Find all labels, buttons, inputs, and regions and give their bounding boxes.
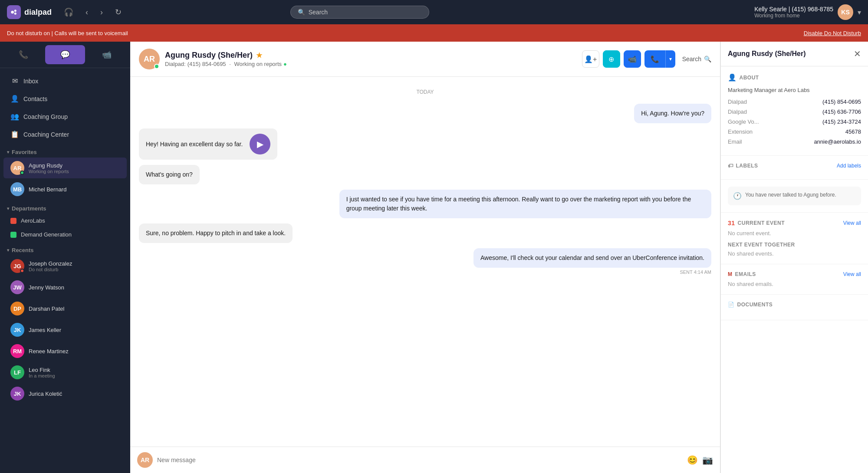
sidebar-item-jenny-watson[interactable]: JW Jenny Watson	[3, 277, 127, 298]
about-section: 👤 ABOUT Marketing Manager at Aero Labs D…	[721, 66, 868, 156]
about-row-dialpad1: Dialpad (415) 854-0695	[728, 99, 861, 105]
contact-info: Jenny Watson	[29, 284, 64, 291]
chevron-down-icon[interactable]: ▾	[858, 8, 861, 16]
headset-button[interactable]: 🎧	[60, 6, 77, 19]
label-icon: 🏷	[728, 163, 733, 169]
labels-header: 🏷 LABELS Add labels	[728, 163, 861, 169]
sidebar-item-michel-bernard[interactable]: MB Michel Bernard	[3, 179, 127, 200]
emoji-button[interactable]: 😊	[687, 455, 698, 465]
sidebar-item-joseph-gonzalez[interactable]: JG Joseph Gonzalez Do not disturb	[3, 256, 127, 276]
call-main-button[interactable]: 📞	[644, 50, 665, 68]
message-bubble: Sure, no problem. Happy to pitch in and …	[139, 223, 293, 243]
sidebar-item-leo-fink[interactable]: LF Leo Fink In a meeting	[3, 362, 127, 383]
new-message-input[interactable]	[157, 457, 683, 463]
calendar-icon: 31	[728, 220, 735, 227]
back-button[interactable]: ‹	[82, 6, 92, 19]
about-section-title: 👤 ABOUT	[728, 73, 861, 82]
refresh-button[interactable]: ↻	[112, 6, 125, 19]
current-event-header: 31 CURRENT EVENT View all	[728, 220, 861, 227]
contact-name: Agung Rusdy (She/Her) ★	[165, 51, 577, 60]
message-row: Hi, Agung. How're you?	[139, 104, 711, 123]
main-layout: 📞 💬 📹 ✉ Inbox 👤 Contacts 👥 Coaching Grou…	[0, 42, 868, 473]
close-panel-button[interactable]: ✕	[854, 49, 861, 59]
departments-section-header[interactable]: ▾ Departments	[0, 200, 130, 214]
sidebar-item-agung-rusdy[interactable]: AR Agung Rusdy Working on reports	[3, 158, 127, 178]
demand-dot	[10, 232, 16, 238]
sidebar: 📞 💬 📹 ✉ Inbox 👤 Contacts 👥 Coaching Grou…	[0, 42, 130, 473]
documents-section: 📄 DOCUMENTS	[721, 295, 868, 320]
chat-area: AR Agung Rusdy (She/Her) ★ Dialpad: (415…	[130, 42, 720, 473]
avatar: JK	[10, 323, 24, 337]
phone-tab-button[interactable]: 📞	[3, 45, 43, 64]
star-icon[interactable]: ★	[256, 51, 262, 59]
gmail-icon: M	[728, 271, 733, 277]
forward-button[interactable]: ›	[97, 6, 106, 19]
view-all-emails-button[interactable]: View all	[843, 271, 861, 277]
sidebar-item-contacts[interactable]: 👤 Contacts	[3, 90, 127, 107]
chat-tab-button[interactable]: 💬	[45, 45, 85, 64]
sidebar-item-coaching-group[interactable]: 👥 Coaching Group	[3, 108, 127, 125]
contact-avatar: AR	[139, 49, 160, 69]
video-call-button[interactable]: 📹	[624, 50, 641, 68]
chat-search[interactable]: Search 🔍	[682, 56, 711, 62]
disable-dnd-button[interactable]: Disable Do Not Disturb	[804, 30, 861, 36]
next-event-value: No shared events.	[728, 250, 861, 257]
search-icon: 🔍	[298, 9, 305, 16]
about-row-google-voice: Google Vo... (415) 234-3724	[728, 118, 861, 125]
sidebar-item-aerolabs[interactable]: AeroLabs	[3, 214, 127, 227]
view-all-events-button[interactable]: View all	[843, 220, 861, 226]
add-contact-button[interactable]: 👤+	[582, 50, 599, 68]
message-bubble: I just wanted to see if you have time fo…	[339, 190, 711, 218]
message-bubble: Hi, Agung. How're you?	[634, 104, 711, 123]
online-status-dot	[154, 64, 159, 69]
contact-info: Jurica Koletić	[29, 391, 62, 397]
svg-point-0	[11, 11, 14, 14]
favorites-section-header[interactable]: ▾ Favorites	[0, 144, 130, 157]
documents-icon: 📄	[728, 302, 735, 308]
message-row: Hey! Having an excellent day so far. ▶	[139, 128, 711, 160]
avatar: RM	[10, 344, 24, 358]
sidebar-item-coaching-center[interactable]: 📋 Coaching Center	[3, 126, 127, 143]
camera-button[interactable]: 📷	[702, 455, 713, 465]
recents-section-header[interactable]: ▾ Recents	[0, 242, 130, 255]
sidebar-item-darshan-patel[interactable]: DP Darshan Patel	[3, 298, 127, 319]
emails-title: M EMAILS	[728, 271, 756, 277]
online-status-dot	[20, 171, 24, 175]
current-event-value: No current event.	[728, 230, 861, 236]
chat-header-actions: 👤+ ⊕ 📹 📞 ▾ Search 🔍	[582, 50, 711, 68]
chevron-down-icon: ▾	[7, 248, 9, 253]
job-title: Marketing Manager at Aero Labs	[728, 87, 861, 93]
current-event-title: 31 CURRENT EVENT	[728, 220, 785, 227]
sender-avatar: AR	[137, 452, 153, 468]
call-dropdown-button[interactable]: ▾	[665, 50, 675, 68]
play-button[interactable]: ▶	[250, 134, 270, 154]
user-status: Working from home	[754, 13, 833, 19]
global-search[interactable]: 🔍 Search	[290, 6, 429, 19]
avatar[interactable]: KS	[838, 4, 853, 20]
video-tab-button[interactable]: 📹	[87, 45, 127, 64]
avatar: JW	[10, 280, 24, 294]
dnd-status-dot	[20, 269, 24, 273]
top-navigation: dialpad 🎧 ‹ › ↻ 🔍 Search Kelly Searle | …	[0, 0, 868, 24]
search-icon: 🔍	[704, 56, 711, 62]
about-row-email: Email annie@aerolabs.io	[728, 138, 861, 145]
sidebar-item-james-keller[interactable]: JK James Keller	[3, 319, 127, 340]
chevron-down-icon: ▾	[7, 206, 9, 211]
sidebar-item-demand-generation[interactable]: Demand Generation	[3, 228, 127, 241]
message-input-area: AR 😊 📷	[130, 447, 720, 473]
contacts-icon: 👤	[10, 95, 19, 103]
contact-info: Joseph Gonzalez Do not disturb	[29, 260, 72, 272]
add-labels-button[interactable]: Add labels	[837, 163, 861, 169]
contact-info: Renee Martinez	[29, 348, 69, 355]
video-chat-button[interactable]: ⊕	[603, 50, 620, 68]
sidebar-item-inbox[interactable]: ✉ Inbox	[3, 72, 127, 89]
inbox-icon: ✉	[10, 77, 19, 85]
emails-section: M EMAILS View all No shared emails.	[721, 264, 868, 295]
sidebar-item-renee-martinez[interactable]: RM Renee Martinez	[3, 341, 127, 361]
sidebar-item-jurica-koletic[interactable]: JK Jurica Koletić	[3, 383, 127, 404]
avatar: MB	[10, 182, 24, 196]
message-bubble: What's going on?	[139, 165, 200, 184]
message-row: I just wanted to see if you have time fo…	[139, 190, 711, 218]
aerolabs-dot	[10, 218, 16, 224]
avatar: LF	[10, 365, 24, 379]
